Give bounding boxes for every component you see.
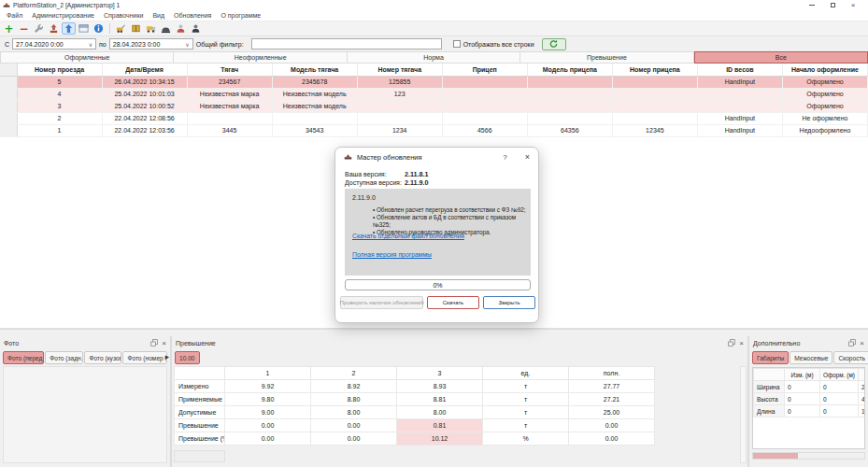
maximize-button[interactable] — [828, 1, 837, 9]
download-button[interactable]: Скачать — [427, 296, 479, 309]
table-cell[interactable]: Оформлено — [782, 76, 867, 88]
column-header-6[interactable]: Прицеп — [442, 64, 527, 76]
table-cell[interactable] — [612, 76, 697, 88]
extra-tab-2[interactable]: Межосевые — [790, 351, 832, 364]
info-icon[interactable] — [92, 22, 106, 35]
tools-icon[interactable] — [32, 22, 46, 35]
table-cell[interactable]: Неизвестная марка — [187, 100, 272, 112]
excess-vertical-scrollbar[interactable] — [740, 366, 747, 463]
panel-close-icon[interactable]: × — [739, 340, 744, 347]
table-cell[interactable] — [442, 88, 527, 100]
table-cell[interactable] — [697, 100, 782, 112]
status-tab-3[interactable]: Норма — [348, 51, 520, 64]
table-cell[interactable]: 25.04.2022 10:01:03 — [102, 88, 187, 100]
table-cell[interactable]: 4 — [17, 88, 102, 100]
table-cell[interactable] — [442, 76, 527, 88]
table-cell[interactable]: 34543 — [272, 124, 357, 136]
table-cell[interactable] — [187, 112, 272, 124]
table-cell[interactable]: Неизвестная модель — [272, 100, 357, 112]
cargo-icon[interactable] — [129, 22, 143, 35]
table-cell[interactable]: 1 — [17, 124, 102, 136]
table-cell[interactable]: 5 — [17, 76, 102, 88]
menu-item-2[interactable]: Администрирование — [27, 12, 99, 19]
table-cell[interactable]: HandInput — [697, 76, 782, 88]
table-cell[interactable]: 125855 — [357, 76, 442, 88]
menu-item-5[interactable]: Обновления — [169, 12, 216, 19]
column-header-5[interactable]: Номер тягача — [357, 64, 442, 76]
table-cell[interactable]: HandInput — [697, 112, 782, 124]
float-panel-icon[interactable] — [728, 339, 735, 347]
menu-item-1[interactable]: Файл — [2, 12, 27, 19]
table-cell[interactable]: Оформлено — [782, 88, 867, 100]
menu-item-4[interactable]: Вид — [148, 12, 169, 19]
table-cell[interactable]: 64356 — [527, 124, 612, 136]
table-cell[interactable] — [697, 88, 782, 100]
close-button[interactable]: Закрыть — [483, 296, 535, 309]
column-header-9[interactable]: ID весов — [697, 64, 782, 76]
table-cell[interactable] — [612, 100, 697, 112]
full-version-link[interactable]: Полная версия программы — [352, 251, 432, 258]
column-header-8[interactable]: Номер прицепа — [612, 64, 697, 76]
menu-item-3[interactable]: Справочники — [99, 12, 148, 19]
date-from-combo[interactable]: 27.04.2020 0:00 ∨ — [12, 38, 96, 50]
dialog-help-button[interactable]: ? — [503, 153, 506, 162]
table-cell[interactable] — [272, 112, 357, 124]
status-tab-4[interactable]: Превышение — [520, 51, 693, 64]
admin-icon[interactable] — [189, 22, 203, 35]
column-header-7[interactable]: Модель прицепа — [527, 64, 612, 76]
table-cell[interactable]: 4566 — [442, 124, 527, 136]
table-cell[interactable] — [527, 88, 612, 100]
weighbridge-icon[interactable] — [159, 22, 173, 35]
table-cell[interactable]: 12345 — [612, 124, 697, 136]
table-cell[interactable]: 22.04.2022 12:08:56 — [102, 112, 187, 124]
float-panel-icon[interactable] — [150, 339, 158, 347]
table-cell[interactable]: Не оформлено — [782, 112, 867, 124]
dialog-close-button[interactable]: × — [525, 153, 530, 162]
excess-tab[interactable]: 10.00 — [175, 351, 200, 364]
table-cell[interactable] — [357, 100, 442, 112]
export-icon[interactable] — [47, 22, 61, 35]
horizontal-splitter[interactable] — [0, 329, 868, 336]
column-header-4[interactable]: Модель тягача — [272, 64, 357, 76]
photo-tab-3[interactable]: Фото (кузов) — [84, 351, 121, 364]
table-cell[interactable]: 123 — [357, 88, 442, 100]
row-gutter[interactable] — [0, 88, 17, 100]
column-header-2[interactable]: Дата/Время — [102, 64, 187, 76]
date-to-combo[interactable]: 28.04.2023 0:00 ∨ — [109, 38, 193, 50]
arrow-up-icon[interactable] — [62, 22, 76, 35]
row-gutter[interactable] — [0, 112, 17, 124]
window-close-button[interactable]: × — [848, 1, 858, 9]
table-cell[interactable]: 3 — [17, 100, 102, 112]
menu-item-6[interactable]: О программе — [216, 12, 265, 19]
column-header-3[interactable]: Тягач — [187, 64, 272, 76]
table-cell[interactable]: 1234 — [357, 124, 442, 136]
table-cell[interactable]: Недооформлено — [782, 124, 867, 136]
add-icon[interactable]: + — [2, 22, 16, 35]
table-cell[interactable] — [612, 88, 697, 100]
table-cell[interactable]: Оформлено — [782, 100, 867, 112]
remove-icon[interactable]: − — [17, 22, 31, 35]
minimize-button[interactable] — [807, 1, 817, 9]
row-gutter[interactable] — [0, 76, 17, 88]
table-cell[interactable] — [442, 112, 527, 124]
dialog-titlebar[interactable]: Мастер обновления ? × — [335, 148, 538, 166]
table-cell[interactable]: 2345678 — [272, 76, 357, 88]
extra-horizontal-scrollbar[interactable] — [752, 452, 865, 460]
table-cell[interactable]: 234567 — [187, 76, 272, 88]
table-cell[interactable] — [527, 112, 612, 124]
panel-close-icon[interactable]: × — [860, 340, 864, 347]
table-cell[interactable] — [357, 112, 442, 124]
table-cell[interactable] — [442, 100, 527, 112]
truck-crane-icon[interactable] — [114, 22, 128, 35]
status-tab-5[interactable]: Все — [694, 51, 868, 64]
extra-tab-1[interactable]: Габариты — [752, 351, 789, 364]
status-tab-1[interactable]: Оформленные — [0, 51, 174, 64]
table-cell[interactable]: 3445 — [187, 124, 272, 136]
float-panel-icon[interactable] — [848, 339, 856, 347]
column-header-1[interactable]: Номер проезда — [17, 64, 102, 76]
show-all-checkbox[interactable] — [453, 40, 461, 48]
table-cell[interactable]: Неизвестная модель — [272, 88, 357, 100]
table-cell[interactable] — [612, 112, 697, 124]
table-cell[interactable]: 2 — [17, 112, 102, 124]
window-icon[interactable] — [77, 22, 91, 35]
